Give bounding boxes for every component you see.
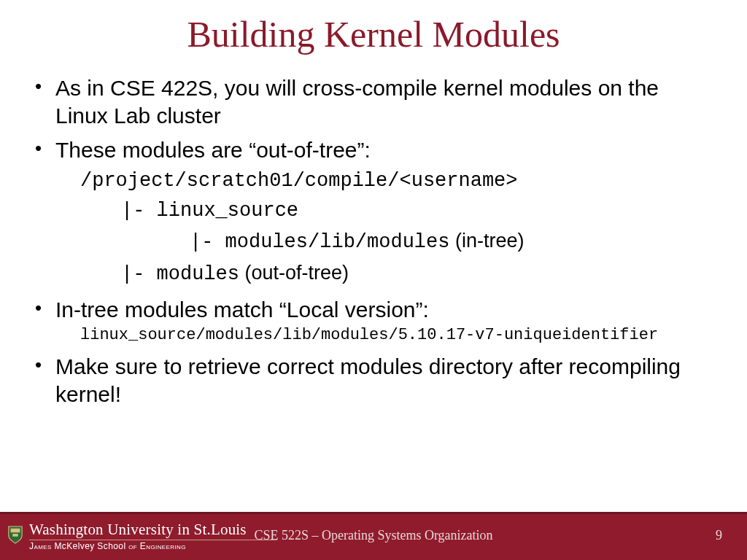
tree-in-tree: |- modules/lib/modules (in-tree) (80, 227, 716, 257)
bullet-3-text: In-tree modules match “Local version”: (55, 298, 429, 322)
bullet-2: These modules are “out-of-tree”: /projec… (31, 136, 716, 289)
tree-root: /project/scratch01/compile/<username> (80, 167, 716, 195)
slide-content: As in CSE 422S, you will cross-compile k… (0, 55, 747, 409)
local-version-path: linux_source/modules/lib/modules/5.10.17… (80, 324, 716, 347)
bullet-1: As in CSE 422S, you will cross-compile k… (31, 74, 716, 131)
course-label: CSE 522S – Operating Systems Organizatio… (0, 528, 747, 543)
bullet-3: In-tree modules match “Local version”: l… (31, 296, 716, 347)
tree-out-of-tree-path: |- modules (121, 263, 239, 285)
slide-footer: Washington University in St.Louis James … (0, 512, 747, 560)
tree-out-of-tree: |- modules (out-of-tree) (80, 259, 716, 289)
slide: Building Kernel Modules As in CSE 422S, … (0, 0, 747, 560)
bullet-2-text: These modules are “out-of-tree”: (55, 138, 371, 162)
tree-out-of-tree-label: (out-of-tree) (239, 262, 349, 284)
tree-in-tree-label: (in-tree) (449, 230, 524, 252)
footer-divider (0, 512, 747, 514)
tree-in-tree-path: |- modules/lib/modules (190, 231, 449, 253)
bullet-3-sub: linux_source/modules/lib/modules/5.10.17… (55, 324, 716, 347)
slide-title: Building Kernel Modules (0, 0, 747, 55)
page-number: 9 (716, 528, 722, 543)
bullet-list: As in CSE 422S, you will cross-compile k… (31, 74, 716, 409)
tree-block: /project/scratch01/compile/<username> |-… (55, 167, 716, 289)
tree-linux-source: |- linux_source (80, 197, 716, 225)
bullet-4: Make sure to retrieve correct modules di… (31, 353, 716, 409)
